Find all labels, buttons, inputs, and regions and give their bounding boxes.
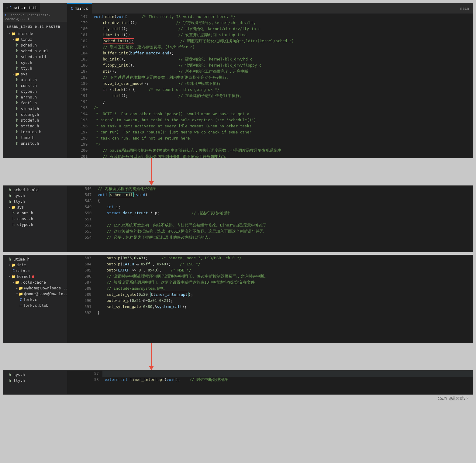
code-line-550: struct desc_struct * p; // 描述符表结构指针 [95,210,473,216]
line-num-584: 584 [67,261,95,267]
bm-file-fork-blob[interactable]: □ fork.c.blob [3,302,67,308]
code-container-top[interactable]: 147 void main(void) /* This really IS vo… [67,14,473,158]
line-num-184: 184 [67,50,91,56]
folder-sys[interactable]: ▸ 📁 sys [3,71,67,77]
code-row-584: 584 outb_p(LATCH & 0xff , 0x40); /* LSB … [67,261,473,267]
file-sys-h-label: sys.h [21,60,32,65]
code-line-587: // 然后设置系统调用中断门。这两个设置中断描述符表IDT中描述符在宏定义在文件 [95,279,473,285]
editor-tab-main-c[interactable]: C main.c [67,3,92,14]
file-sched-h-cur1[interactable]: h sched.h.cur1 [3,48,67,54]
file-fcntl-h[interactable]: h fcntl.h [3,100,67,106]
file-string-h-label: string.h [21,124,39,128]
mid-file-a-out-h[interactable]: h a.out.h [3,210,67,216]
code-row-187: 187 sti(); // 所有初始化工作都做完了，开启中断 [67,68,473,74]
arrow-section-2 [3,343,473,370]
file-sys-h[interactable]: h sys.h [3,60,67,65]
file-h-icon: h [16,141,18,146]
folder-icon: 📁 [11,275,16,279]
code-line-588: // include/asm/system.h中。 [95,285,473,292]
code-line-554: // 必要，纯粹是为了提醒自己以及其他修改内核代码的人。 [95,234,473,240]
file-ctype-h[interactable]: h ctype.h [3,88,67,94]
code-row-553: 553 // 这些关键性的数据结构，造成与POSIX标准的不兼容。这里加入下面这… [67,228,473,234]
bm-folder-kernel[interactable]: ▾ 📁 kernel [3,274,67,279]
code-row-547: 547 void sched_init(void) [67,192,473,198]
bot-section: h sys.h h tty.h 57 58 [3,370,473,395]
code-row-191: 191 init(); // 在新建的子进程(任务1)中执行。 [67,93,473,99]
file-termios-h[interactable]: h termios.h [3,129,67,135]
chevron-icon: ▾ [16,292,18,295]
mid-sys-label: sys.h [13,193,25,198]
code-container-bot[interactable]: 57 58 extern int timer_interrupt(void); … [67,371,473,394]
code-line-57 [102,371,473,377]
folder-linux[interactable]: ▾ 📁 linux [3,36,67,42]
bm-folder-home-downloads[interactable]: ▸ 📁 @@home@Downloads... [3,285,67,291]
code-row-185: 185 hd_init(); // 硬盘初始化，kernel/blk_drv/h… [67,56,473,62]
code-container-mid[interactable]: 546 // 内核调度程序的初始化子程序 547 void sched_init… [67,186,473,252]
code-row-192: 192 } [67,99,473,105]
line-num-147: 147 [67,14,91,20]
line-num-187: 187 [67,68,91,74]
line-num-195: 195 [67,117,91,123]
code-container-bot-mid[interactable]: 583 outb_p(0x36,0x43); /* binary, mode 3… [67,255,473,343]
code-line-200: // pause系统调用会把任务0转换成可中断等待状态，再执行调度函数，但是调度… [91,147,473,154]
file-const-h[interactable]: h const.h [3,83,67,88]
folder-include[interactable]: ▾ 📁 include [3,31,67,36]
bm-fork-c-label: fork.c [23,297,37,302]
line-num-196: 196 [67,123,91,129]
mid-file-ctype-h[interactable]: h ctype.h [3,222,67,227]
file-errno-h[interactable]: h errno.h [3,94,67,100]
file-stddef-h-label: stddef.h [21,118,39,123]
file-stddef-h[interactable]: h stddef.h [3,117,67,123]
file-unistd-h[interactable]: h unistd.h [3,140,67,146]
bm-file-utime-h[interactable]: h utime.h [3,256,67,262]
mid-editor: 546 // 内核调度程序的初始化子程序 547 void sched_init… [67,186,473,252]
arrow-line-2 [151,343,152,366]
mid-file-sys-h[interactable]: h sys.h [3,193,67,199]
file-blob-icon: □ [20,303,22,308]
sched-tab[interactable]: C sched.c kernel\ccls-cache\@... 1 [3,12,67,22]
line-num-553: 553 [67,228,95,234]
code-line-183: // 缓冲区初始化，建内存链表等。(fs/buffer.c) [91,44,473,50]
folder-icon: 📁 [11,32,16,36]
bm-file-main-c[interactable]: C main.c [3,268,67,274]
file-string-h[interactable]: h string.h [3,123,67,129]
arrow-down-1 [149,158,154,185]
code-row-200: 200 // pause系统调用会把任务0转换成可中断等待状态，再执行调度函数，… [67,147,473,154]
file-tty-h[interactable]: h tty.h [3,65,67,71]
bot-editor: 57 58 extern int timer_interrupt(void); … [67,371,473,394]
folder-icon: 📁 [11,205,16,209]
line-num-193: 193 [67,105,91,111]
code-line-586: // 设置时钟中断处理程序句柄(设置时钟中断门)。修改中断控制器屏蔽码，允许时钟… [95,273,473,279]
file-sched-h-old[interactable]: h sched.h.old [3,54,67,60]
file-sched-h[interactable]: h sched.h [3,42,67,48]
code-line-179: chr_dev_init(); // 字符设备初始化，kernel/chr_dr… [91,20,473,26]
mid-file-sched-h-old[interactable]: h sched.h.old [3,187,67,193]
mid-file-tty-h[interactable]: h tty.h [3,199,67,204]
bot-file-tty-h[interactable]: h tty.h [3,378,67,383]
file-h-icon: h [16,107,18,111]
mid-folder-sys[interactable]: ▸ 📁 sys [3,204,67,210]
file-time-h[interactable]: h time.h [3,135,67,140]
folder-icon: 📁 [15,280,19,285]
file-signal-h[interactable]: h signal.h [3,106,67,112]
file-h-icon: h [9,194,11,198]
bm-folder-ccls-cache[interactable]: ▾ 📁 .ccls-cache [3,279,67,285]
bot-file-sys-h[interactable]: h sys.h [3,372,67,378]
tab-main-c[interactable]: ✕ C main.c init [3,3,40,12]
bm-folder-init[interactable]: ▾ 📁 init [3,262,67,268]
file-a-out-h[interactable]: h a.out.h [3,77,67,83]
file-h-icon: h [16,112,18,117]
code-line-58: extern int timer_interrupt(void); // 时钟中… [102,377,473,383]
file-signal-h-label: signal.h [21,106,39,111]
bm-file-fork-c[interactable]: C fork.c [3,297,67,302]
file-stdarg-h[interactable]: h stdarg.h [3,112,67,117]
tab-close-icon[interactable]: ✕ [6,6,8,9]
file-ctype-h-label: ctype.h [21,89,37,94]
mid-file-const-h[interactable]: h const.h [3,216,67,222]
arrow-section-1 [3,158,473,185]
code-row-546: 546 // 内核调度程序的初始化子程序 [67,186,473,192]
bm-folder-home-tony[interactable]: ▾ 📁 @home@tony@Downlo... [3,291,67,297]
code-line-199: */ [91,141,473,147]
bot-sidebar: h sys.h h tty.h [3,371,67,394]
file-errno-h-label: errno.h [21,95,37,99]
